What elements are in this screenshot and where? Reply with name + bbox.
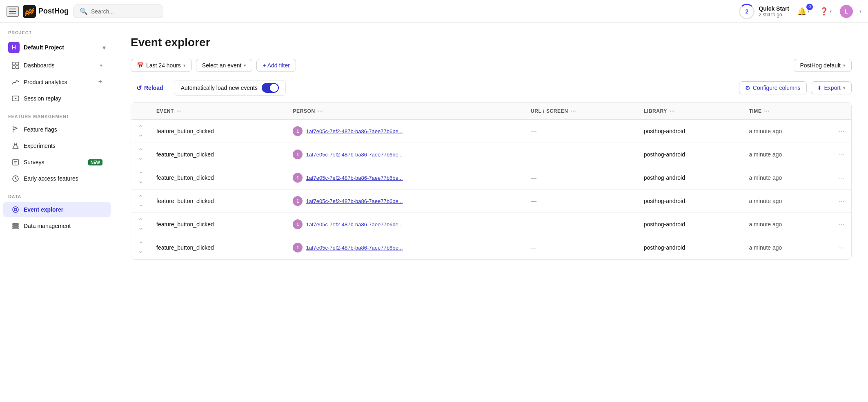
reload-icon: ↺ xyxy=(136,84,142,92)
svg-rect-8 xyxy=(13,159,18,165)
avatar-chevron-icon: ▾ xyxy=(859,9,861,13)
configure-icon: ⚙ xyxy=(745,85,750,91)
sidebar-item-data-management[interactable]: Data management xyxy=(3,218,111,234)
product-analytics-add-icon[interactable]: + xyxy=(98,78,102,86)
user-avatar[interactable]: L xyxy=(840,5,853,18)
row-expand-1[interactable]: ⌃⌄ xyxy=(131,143,150,166)
row-more-4[interactable]: ··· xyxy=(832,213,851,236)
row-more-button-1[interactable]: ··· xyxy=(838,150,844,159)
time-range-button[interactable]: 📅 Last 24 hours ▾ xyxy=(131,59,192,72)
person-link-1[interactable]: 1af7e05c-7ef2-487b-ba86-7aee77b6be... xyxy=(306,152,403,158)
notifications-button[interactable]: 🔔 0 ▾ xyxy=(796,5,811,18)
expand-icon-5[interactable]: ⌃⌄ xyxy=(138,241,143,254)
person-link-2[interactable]: 1af7e05c-7ef2-487b-ba86-7aee77b6be... xyxy=(306,175,403,181)
row-person-1: 1 1af7e05c-7ef2-487b-ba86-7aee77b6be... xyxy=(286,143,524,166)
help-chevron-icon: ▾ xyxy=(830,9,832,13)
row-url-5: — xyxy=(524,236,637,259)
logo: PostHog xyxy=(23,5,69,18)
col-url-menu-icon[interactable]: ··· xyxy=(571,108,576,114)
table-row[interactable]: ⌃⌄ feature_button_clicked 1 1af7e05c-7ef… xyxy=(131,236,851,259)
expand-icon-1[interactable]: ⌃⌄ xyxy=(138,148,143,161)
expand-icon-0[interactable]: ⌃⌄ xyxy=(138,125,143,138)
row-time-3: a minute ago xyxy=(742,190,832,213)
th-event: EVENT ··· xyxy=(150,103,286,120)
search-input[interactable] xyxy=(91,8,157,15)
th-expand xyxy=(131,103,150,120)
help-button[interactable]: ❓ ▾ xyxy=(818,5,833,18)
help-icon: ❓ xyxy=(819,7,828,16)
row-expand-5[interactable]: ⌃⌄ xyxy=(131,236,150,259)
expand-icon-2[interactable]: ⌃⌄ xyxy=(138,171,143,184)
th-library: LIBRARY ··· xyxy=(637,103,743,120)
row-more-button-2[interactable]: ··· xyxy=(838,174,844,182)
table-row[interactable]: ⌃⌄ feature_button_clicked 1 1af7e05c-7ef… xyxy=(131,120,851,143)
sidebar-item-product-analytics[interactable]: Product analytics + xyxy=(3,74,111,90)
event-select-label: Select an event xyxy=(202,62,242,69)
sidebar-item-early-access[interactable]: Early access features xyxy=(3,171,111,186)
table-header: EVENT ··· PERSON ··· xyxy=(131,103,851,120)
project-chevron-icon: ▾ xyxy=(102,44,106,51)
auto-load-toggle[interactable] xyxy=(262,83,279,93)
default-view-chevron-icon: ▾ xyxy=(843,63,846,68)
expand-icon-4[interactable]: ⌃⌄ xyxy=(138,218,143,231)
table-row[interactable]: ⌃⌄ feature_button_clicked 1 1af7e05c-7ef… xyxy=(131,143,851,166)
row-expand-2[interactable]: ⌃⌄ xyxy=(131,166,150,190)
svg-point-12 xyxy=(14,208,17,211)
row-expand-0[interactable]: ⌃⌄ xyxy=(131,120,150,143)
table-row[interactable]: ⌃⌄ feature_button_clicked 1 1af7e05c-7ef… xyxy=(131,190,851,213)
add-filter-label: + Add filter xyxy=(263,62,290,69)
row-more-5[interactable]: ··· xyxy=(832,236,851,259)
feature-flags-label: Feature flags xyxy=(24,126,102,133)
quick-start-subtitle: 2 still to go xyxy=(759,12,782,18)
row-more-button-4[interactable]: ··· xyxy=(838,220,844,229)
sidebar-item-experiments[interactable]: Experiments xyxy=(3,138,111,154)
row-url-4: — xyxy=(524,213,637,236)
row-more-button-3[interactable]: ··· xyxy=(838,197,844,205)
sidebar-item-feature-flags[interactable]: Feature flags xyxy=(3,122,111,137)
row-more-3[interactable]: ··· xyxy=(832,190,851,213)
row-expand-3[interactable]: ⌃⌄ xyxy=(131,190,150,213)
configure-columns-button[interactable]: ⚙ Configure columns xyxy=(739,81,807,94)
sidebar-item-session-replay[interactable]: Session replay xyxy=(3,91,111,106)
row-expand-4[interactable]: ⌃⌄ xyxy=(131,213,150,236)
sidebar-item-dashboards[interactable]: Dashboards ▾ xyxy=(3,58,111,73)
person-link-3[interactable]: 1af7e05c-7ef2-487b-ba86-7aee77b6be... xyxy=(306,198,403,204)
search-bar[interactable]: 🔍 xyxy=(73,4,163,18)
col-person-menu-icon[interactable]: ··· xyxy=(318,108,323,114)
menu-toggle-button[interactable] xyxy=(7,6,19,17)
person-link-5[interactable]: 1af7e05c-7ef2-487b-ba86-7aee77b6be... xyxy=(306,245,403,251)
main-content-area: Event explorer 📅 Last 24 hours ▾ Select … xyxy=(114,23,868,402)
row-more-1[interactable]: ··· xyxy=(832,143,851,166)
col-event-label: EVENT xyxy=(156,108,174,114)
project-selector[interactable]: H Default Project ▾ xyxy=(0,38,114,57)
person-link-4[interactable]: 1af7e05c-7ef2-487b-ba86-7aee77b6be... xyxy=(306,221,403,228)
table-row[interactable]: ⌃⌄ feature_button_clicked 1 1af7e05c-7ef… xyxy=(131,166,851,190)
row-more-0[interactable]: ··· xyxy=(832,120,851,143)
row-more-2[interactable]: ··· xyxy=(832,166,851,190)
add-filter-button[interactable]: + Add filter xyxy=(256,59,296,72)
th-url: URL / SCREEN ··· xyxy=(524,103,637,120)
col-library-menu-icon[interactable]: ··· xyxy=(670,108,675,114)
person-link-0[interactable]: 1af7e05c-7ef2-487b-ba86-7aee77b6be... xyxy=(306,128,403,134)
row-person-5: 1 1af7e05c-7ef2-487b-ba86-7aee77b6be... xyxy=(286,236,524,259)
svg-rect-2 xyxy=(16,62,19,65)
default-view-label: PostHog default xyxy=(800,62,841,69)
row-person-0: 1 1af7e05c-7ef2-487b-ba86-7aee77b6be... xyxy=(286,120,524,143)
expand-icon-3[interactable]: ⌃⌄ xyxy=(138,194,143,208)
row-more-button-5[interactable]: ··· xyxy=(838,243,844,252)
row-more-button-0[interactable]: ··· xyxy=(838,127,844,136)
row-library-4: posthog-android xyxy=(637,213,743,236)
event-select-button[interactable]: Select an event ▾ xyxy=(196,59,253,72)
sidebar-item-event-explorer[interactable]: Event explorer xyxy=(3,202,111,217)
default-view-button[interactable]: PostHog default ▾ xyxy=(794,59,852,72)
row-library-3: posthog-android xyxy=(637,190,743,213)
sidebar-item-surveys[interactable]: Surveys NEW xyxy=(3,154,111,170)
col-url-label: URL / SCREEN xyxy=(531,108,568,114)
reload-button[interactable]: ↺ Reload xyxy=(131,81,169,95)
export-button[interactable]: ⬇ Export ▾ xyxy=(811,81,852,94)
col-event-menu-icon[interactable]: ··· xyxy=(176,108,182,114)
quick-start-title: Quick Start xyxy=(759,5,789,12)
quick-start-button[interactable]: 2 Quick Start 2 still to go xyxy=(739,4,789,19)
table-row[interactable]: ⌃⌄ feature_button_clicked 1 1af7e05c-7ef… xyxy=(131,213,851,236)
col-time-menu-icon[interactable]: ··· xyxy=(764,108,770,114)
